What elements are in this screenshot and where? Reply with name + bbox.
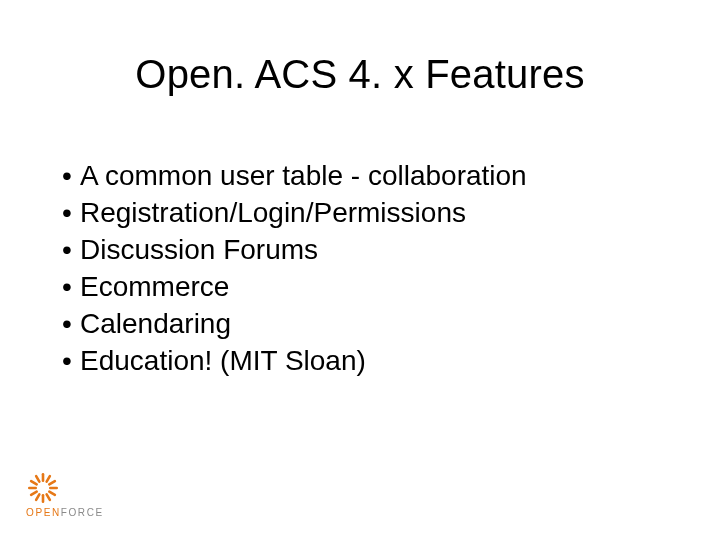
- bullet-icon: •: [62, 306, 80, 343]
- svg-rect-5: [45, 493, 52, 502]
- bullet-text: A common user table - collaboration: [80, 158, 680, 195]
- brand-open: OPEN: [26, 507, 61, 518]
- bullet-text: Discussion Forums: [80, 232, 680, 269]
- slide-title: Open. ACS 4. x Features: [0, 52, 720, 97]
- bullet-icon: •: [62, 195, 80, 232]
- bullet-icon: •: [62, 158, 80, 195]
- brand-logo: OPENFORCE: [26, 471, 104, 518]
- svg-rect-2: [48, 479, 57, 486]
- brand-wordmark: OPENFORCE: [26, 507, 104, 518]
- bullet-list: • A common user table - collaboration • …: [62, 158, 680, 380]
- svg-rect-6: [42, 494, 45, 503]
- brand-force: FORCE: [61, 507, 104, 518]
- bullet-icon: •: [62, 269, 80, 306]
- bullet-icon: •: [62, 343, 80, 380]
- list-item: • A common user table - collaboration: [62, 158, 680, 195]
- svg-rect-8: [29, 490, 38, 497]
- svg-rect-11: [34, 474, 41, 483]
- list-item: • Calendaring: [62, 306, 680, 343]
- svg-rect-1: [45, 474, 52, 483]
- list-item: • Discussion Forums: [62, 232, 680, 269]
- bullet-text: Calendaring: [80, 306, 680, 343]
- bullet-text: Education! (MIT Sloan): [80, 343, 680, 380]
- slide: Open. ACS 4. x Features • A common user …: [0, 0, 720, 540]
- list-item: • Registration/Login/Permissions: [62, 195, 680, 232]
- bullet-icon: •: [62, 232, 80, 269]
- bullet-text: Ecommerce: [80, 269, 680, 306]
- svg-rect-10: [29, 479, 38, 486]
- svg-rect-7: [34, 493, 41, 502]
- svg-rect-9: [28, 487, 37, 490]
- svg-rect-0: [42, 473, 45, 482]
- list-item: • Ecommerce: [62, 269, 680, 306]
- svg-rect-3: [49, 487, 58, 490]
- svg-rect-4: [48, 490, 57, 497]
- starburst-icon: [26, 471, 60, 505]
- bullet-text: Registration/Login/Permissions: [80, 195, 680, 232]
- list-item: • Education! (MIT Sloan): [62, 343, 680, 380]
